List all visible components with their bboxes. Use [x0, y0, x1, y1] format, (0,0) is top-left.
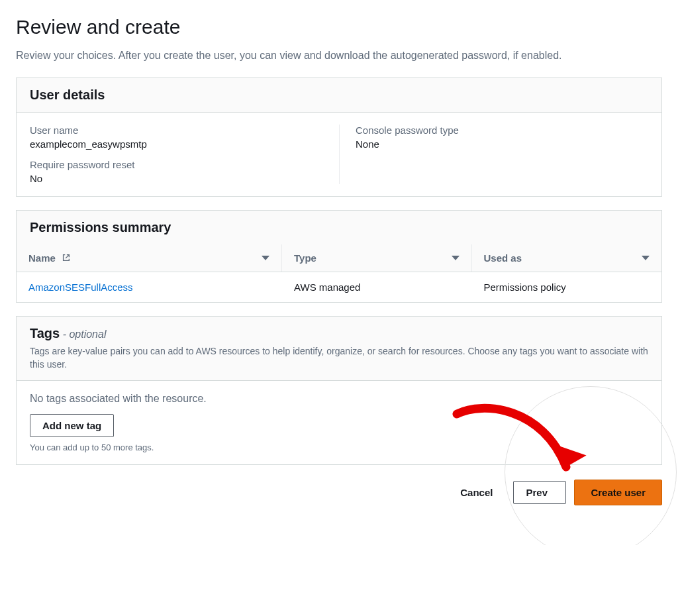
- column-used-as-label: Used as: [484, 252, 522, 264]
- external-link-icon: [60, 252, 71, 264]
- tags-description: Tags are key-value pairs you can add to …: [30, 345, 648, 371]
- sort-icon[interactable]: [642, 256, 650, 260]
- user-details-heading: User details: [30, 87, 648, 103]
- policy-type: AWS managed: [282, 272, 471, 302]
- tags-heading: Tags - optional: [30, 326, 648, 341]
- footer-actions: Cancel Prev Create user: [16, 480, 662, 505]
- highlight-circle: [505, 386, 677, 545]
- permissions-table-header: Name Type Used as: [17, 244, 661, 272]
- column-name-label: Name: [28, 252, 56, 264]
- user-details-header: User details: [17, 78, 661, 113]
- policy-used-as: Permissions policy: [472, 272, 661, 302]
- add-new-tag-button[interactable]: Add new tag: [30, 414, 114, 437]
- column-type-label: Type: [294, 252, 316, 264]
- tags-heading-text: Tags: [30, 326, 60, 340]
- page-title: Review and create: [16, 16, 662, 38]
- console-pw-value: None: [356, 138, 648, 150]
- sort-icon[interactable]: [262, 256, 269, 260]
- username-label: User name: [30, 125, 328, 136]
- require-pw-reset-label: Require password reset: [30, 159, 328, 170]
- permissions-header: Permissions summary: [17, 211, 661, 244]
- require-pw-reset-value: No: [30, 173, 328, 184]
- username-value: examplecom_easywpsmtp: [30, 138, 328, 150]
- permissions-panel: Permissions summary Name Type: [16, 210, 662, 303]
- console-pw-label: Console password type: [356, 125, 648, 136]
- column-type[interactable]: Type: [282, 244, 471, 272]
- table-row: AmazonSESFullAccess AWS managed Permissi…: [17, 272, 661, 302]
- page-subtitle: Review your choices. After you create th…: [16, 48, 662, 63]
- tags-optional: - optional: [60, 329, 106, 340]
- permissions-heading: Permissions summary: [30, 220, 648, 235]
- column-name[interactable]: Name: [17, 244, 282, 272]
- policy-link[interactable]: AmazonSESFullAccess: [28, 282, 133, 293]
- sort-icon[interactable]: [452, 256, 460, 260]
- user-details-panel: User details User name examplecom_easywp…: [16, 77, 662, 197]
- cancel-button[interactable]: Cancel: [448, 481, 505, 504]
- tags-header: Tags - optional Tags are key-value pairs…: [17, 317, 661, 381]
- column-used-as[interactable]: Used as: [472, 244, 661, 272]
